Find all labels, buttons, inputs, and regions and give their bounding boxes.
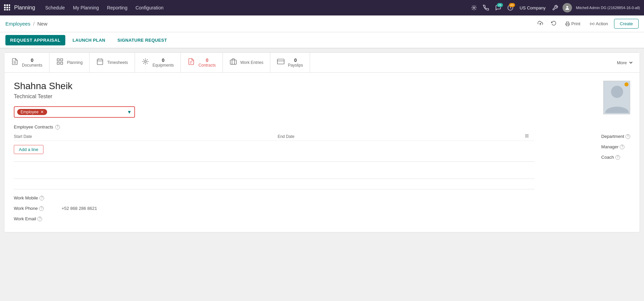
bug-icon[interactable] (469, 2, 479, 13)
company-name: US Company (520, 5, 546, 10)
user-avatar[interactable] (562, 2, 573, 13)
remove-tag-button[interactable]: ✕ (40, 110, 44, 114)
svg-rect-1 (6, 4, 8, 6)
equipments-smart-button[interactable]: 0 Equipments (135, 53, 181, 72)
work-phone-help[interactable]: ? (39, 206, 44, 211)
svg-rect-5 (9, 7, 10, 8)
separator-3 (14, 189, 535, 189)
employee-tag: Employee ✕ (17, 109, 47, 115)
work-phone-value: +52 868 286 8621 (62, 206, 97, 211)
refresh-button[interactable] (548, 18, 559, 29)
work-email-help[interactable]: ? (37, 217, 42, 221)
smart-buttons-bar: 0 Documents Planning Tim (4, 53, 640, 73)
form-area: Shahna Sheik Technical Tester Employee ✕… (4, 73, 640, 232)
timesheets-smart-button[interactable]: Timesheets (90, 53, 135, 72)
right-panel: Department ? Manager ? Coach ? (543, 81, 630, 162)
svg-point-11 (566, 6, 568, 8)
create-button[interactable]: Create (614, 19, 639, 29)
payslips-smart-button[interactable]: 0 Payslips (270, 53, 310, 72)
planning-icon (56, 58, 64, 67)
work-phone-label: Work Phone ? (14, 206, 58, 211)
work-mobile-help[interactable]: ? (39, 196, 44, 200)
svg-rect-28 (230, 60, 236, 64)
breadcrumb: Employees / New (5, 21, 47, 27)
more-button[interactable]: More (610, 53, 640, 72)
upload-button[interactable] (535, 18, 546, 29)
breadcrumb-current: New (37, 21, 47, 27)
breadcrumb-bar: Employees / New Print Action Create (0, 15, 644, 32)
separator-1 (14, 161, 535, 162)
coach-help[interactable]: ? (615, 155, 620, 160)
app-title: Planning (14, 5, 35, 11)
status-dot (624, 82, 629, 86)
work-entries-smart-button[interactable]: Work Entries (223, 53, 270, 72)
request-appraisal-button[interactable]: REQUEST APPRAISAL (5, 35, 65, 45)
contracts-table: Start Date End Date Add a line (14, 132, 535, 158)
svg-rect-3 (4, 7, 6, 8)
work-mobile-row: Work Mobile ? (14, 193, 535, 203)
coach-row: Coach ? (601, 152, 630, 162)
svg-rect-29 (277, 59, 284, 64)
employee-tag-select[interactable]: Employee ✕ ▼ (14, 106, 135, 118)
table-row: Add a line (14, 141, 535, 158)
col-end-date: End Date (278, 132, 524, 141)
content-area: 0 Documents Planning Tim (0, 48, 644, 301)
svg-point-25 (144, 61, 146, 63)
tag-dropdown-arrow[interactable]: ▼ (127, 109, 132, 115)
user-name: Mitchell Admin DG (21628854-16-0-all) (576, 6, 640, 10)
col-settings (524, 132, 535, 141)
nav-schedule[interactable]: Schedule (42, 4, 68, 12)
nav-reporting[interactable]: Reporting (104, 4, 131, 12)
top-navigation: Planning Schedule My Planning Reporting … (0, 0, 644, 15)
signature-request-button[interactable]: SIGNATURE REQUEST (113, 35, 172, 45)
nav-my-planning[interactable]: My Planning (70, 4, 102, 12)
svg-rect-8 (9, 9, 10, 10)
svg-rect-21 (97, 59, 103, 65)
nav-configuration[interactable]: Configuration (132, 4, 167, 12)
work-email-label: Work Email ? (14, 216, 58, 221)
activity-icon[interactable]: 43 (505, 2, 516, 13)
form-right: Department ? Manager ? Coach ? (543, 81, 630, 224)
manager-help[interactable]: ? (620, 145, 624, 149)
payslips-icon (277, 58, 284, 67)
employee-name: Shahna Sheik (14, 81, 535, 91)
department-help[interactable]: ? (625, 134, 630, 139)
svg-point-9 (473, 7, 475, 9)
app-grid-icon[interactable] (4, 4, 10, 11)
chat-icon[interactable]: 26 (493, 2, 504, 13)
contracts-help-icon[interactable]: ? (55, 125, 60, 129)
employee-photo[interactable] (603, 81, 630, 114)
svg-rect-2 (9, 4, 10, 6)
planning-smart-button[interactable]: Planning (49, 53, 90, 72)
documents-smart-button[interactable]: 0 Documents (4, 53, 49, 72)
breadcrumb-parent[interactable]: Employees (5, 21, 30, 27)
work-phone-row: Work Phone ? +52 868 286 8621 (14, 203, 535, 214)
activity-badge: 43 (509, 3, 515, 7)
form-left: Shahna Sheik Technical Tester Employee ✕… (14, 81, 535, 224)
work-entries-icon (230, 58, 237, 67)
contracts-icon (188, 58, 195, 67)
equipments-icon (142, 58, 149, 67)
svg-rect-18 (61, 59, 63, 61)
phone-icon[interactable] (481, 2, 492, 13)
contracts-smart-button[interactable]: 0 Contracts (181, 53, 223, 72)
svg-rect-0 (4, 4, 6, 6)
svg-rect-6 (4, 9, 6, 10)
launch-plan-button[interactable]: LAUNCH PLAN (68, 35, 110, 45)
chat-badge: 26 (497, 3, 503, 7)
manager-row: Manager ? (601, 142, 630, 152)
settings-icon[interactable] (550, 2, 561, 13)
record-card: 0 Documents Planning Tim (4, 52, 640, 232)
svg-rect-19 (57, 62, 59, 64)
action-button[interactable]: Action (586, 19, 611, 28)
svg-rect-13 (567, 24, 569, 26)
documents-icon (11, 58, 19, 67)
svg-rect-7 (6, 9, 8, 10)
col-start-date: Start Date (14, 132, 278, 141)
svg-rect-4 (6, 7, 8, 8)
employee-job-title: Technical Tester (14, 93, 535, 100)
right-fields: Department ? Manager ? Coach ? (601, 131, 630, 162)
svg-point-14 (591, 23, 593, 25)
add-line-button[interactable]: Add a line (14, 145, 43, 154)
print-button[interactable]: Print (562, 19, 584, 28)
